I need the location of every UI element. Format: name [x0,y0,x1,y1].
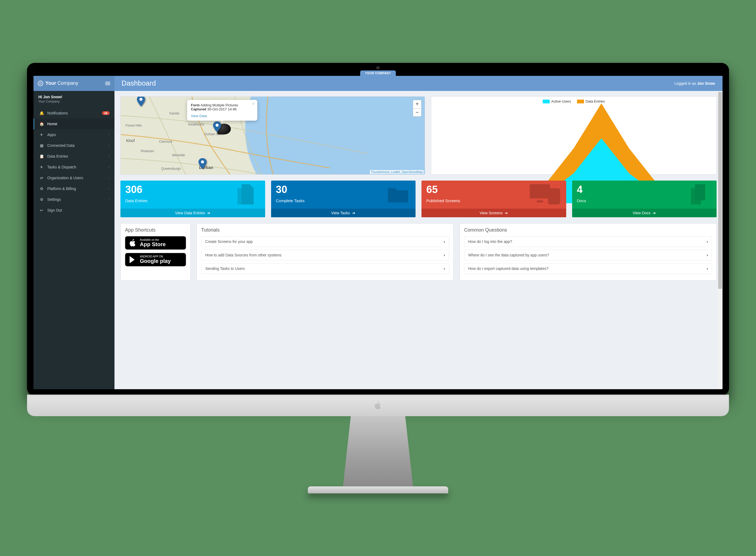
tutorial-item[interactable]: Create Screens for your app› [201,236,449,247]
sidebar-item-label: Settings [47,197,61,202]
content-scrollbar[interactable] [718,91,723,389]
map-pin-icon[interactable] [137,96,145,106]
stat-footer-link[interactable]: View Tasks ➜ [271,209,416,217]
sidebar-item-sign-out[interactable]: ↩Sign Out [33,205,114,216]
stat-footer-link[interactable]: View Screens ➜ [421,209,566,217]
map-panel[interactable]: Inanda KwaMashu Forest Hills Kloof Clerm… [121,96,425,175]
sidebar-item-connected-data[interactable]: ▦Connected Data‹ [33,140,114,151]
tutorial-item[interactable]: Sending Tasks to Users› [201,263,449,274]
stat-tiles-row: 306Data EntriesView Data Entries ➜30Comp… [121,180,717,217]
signout-icon: ↩ [39,208,44,212]
stat-footer-link[interactable]: View Docs ➜ [572,209,717,217]
panel-title: App Shortcuts [125,227,186,233]
apple-logo-icon [373,401,383,410]
panel-title: Common Questions [464,227,712,233]
user-greeting: Hi Jon Snow! [38,95,110,99]
svg-rect-6 [548,188,560,204]
legend-item: Active Users [543,99,571,104]
sidebar-item-platform-billing[interactable]: ⚙Platform & Billing‹ [33,183,114,194]
chevron-left-icon: ‹ [108,198,110,201]
chart-panel: Active Users Data Entries [431,96,717,175]
svg-point-1 [139,98,142,101]
monitor-mockup: YOUR COMPANY Your Company Dashboard Logg… [27,63,729,493]
browser-tab[interactable]: YOUR COMPANY [360,70,396,76]
logged-in-as: Logged in as Jon Snow [675,81,723,85]
questions-panel: Common Questions How do I log into the a… [459,223,717,281]
sidebar-item-data-entries[interactable]: 📋Data Entries‹ [33,151,114,162]
chevron-right-icon: › [444,267,445,271]
main-content: Inanda KwaMashu Forest Hills Kloof Clerm… [114,91,723,389]
list-icon: 📋 [39,154,44,159]
zoom-out-button[interactable]: − [413,108,421,116]
tutorial-item[interactable]: How to add Data Sources from other syste… [201,250,449,260]
sidebar-item-label: Data Entries [47,154,68,159]
legend-item: Data Entries [577,99,605,104]
browser-tabbar: YOUR COMPANY [33,69,723,76]
sidebar-item-label: Notifications [47,111,68,115]
legend-swatch [577,100,584,103]
list-item-label: How do I export captured data using temp… [468,267,548,271]
map-label: KwaMashu [188,123,204,126]
question-item[interactable]: How do I export captured data using temp… [464,263,712,274]
legend-swatch [543,100,550,103]
chevron-left-icon: ‹ [108,176,110,179]
arrow-right-icon: ➜ [207,211,210,215]
close-icon[interactable]: × [252,102,254,106]
list-item-label: How do I log into the app? [468,239,512,244]
page-title: Dashboard [114,79,675,88]
arrow-right-icon: ➜ [505,211,508,215]
map-attribution[interactable]: Thunderforest, Leaflet, OpenStreetMap [370,170,424,174]
zoom-in-button[interactable]: + [413,100,421,108]
svg-rect-5 [537,200,543,202]
popup-captured-value: 30-Oct-2017 14:46 [207,107,237,111]
sidebar-item-organization-users[interactable]: ⇄Organization & Users‹ [33,172,114,183]
tutorials-panel: Tutorials Create Screens for your app›Ho… [197,223,454,281]
sidebar-item-settings[interactable]: ⚙Settings‹ [33,194,114,205]
bottom-row: App Shortcuts Available on theApp Store … [121,223,717,281]
play-line1: ANDROID APP ON [140,255,171,258]
sidebar-nav: 🔔Notifications16🏠Home✈Apps‹▦Connected Da… [33,108,114,216]
grid-icon: ▦ [39,143,44,148]
bell-icon: 🔔 [39,111,44,115]
sidebar-item-tasks-dispatch[interactable]: ✈Tasks & Dispatch‹ [33,162,114,172]
plane-icon: ✈ [39,133,44,137]
map-label: Pinetown [141,149,154,153]
sidebar-item-apps[interactable]: ✈Apps‹ [33,129,114,140]
brand-logo-icon [38,81,43,86]
brand-light: Company [58,80,78,86]
googleplay-badge[interactable]: ANDROID APP ONGoogle play [125,253,186,267]
brand[interactable]: Your Company [33,76,114,91]
list-item-label: Create Screens for your app [205,239,253,244]
chevron-right-icon: › [444,253,445,257]
scrollbar-thumb[interactable] [718,92,722,289]
user-panel: Hi Jon Snow! Your Company [33,91,114,108]
gear-icon: ⚙ [39,186,44,191]
svg-point-3 [201,160,204,163]
sidebar-item-label: Tasks & Dispatch [47,165,76,169]
arrow-right-icon: ➜ [352,211,355,215]
folder-icon [383,182,413,208]
svg-point-0 [40,82,42,84]
chevron-left-icon: ‹ [108,166,110,169]
map-label: Clermont [159,140,172,144]
docs-icon [684,182,714,208]
question-item[interactable]: Where do I see the data captured by app … [464,250,712,260]
sidebar-item-label: Organization & Users [47,176,83,180]
map-pin-icon[interactable] [199,158,207,169]
question-item[interactable]: How do I log into the app?› [464,236,712,247]
sidebar-item-label: Sign Out [47,208,62,212]
sidebar-item-notifications[interactable]: 🔔Notifications16 [33,108,114,118]
sidebar-item-label: Home [47,122,57,126]
chevron-right-icon: › [707,239,708,244]
appstore-badge[interactable]: Available on theApp Store [125,236,186,250]
stat-tile-complete-tasks: 30Complete TasksView Tasks ➜ [271,180,416,217]
chevron-left-icon: ‹ [108,133,110,136]
view-data-link[interactable]: View Data [191,114,207,118]
sidebar-item-home[interactable]: 🏠Home [33,118,114,129]
chevron-right-icon: › [707,267,708,271]
panel-title: Tutorials [201,227,449,233]
stat-footer-link[interactable]: View Data Entries ➜ [121,209,265,217]
arrow-right-icon: ➜ [653,211,656,215]
stat-tile-data-entries: 306Data EntriesView Data Entries ➜ [121,180,265,217]
sidebar-toggle[interactable] [105,82,110,85]
